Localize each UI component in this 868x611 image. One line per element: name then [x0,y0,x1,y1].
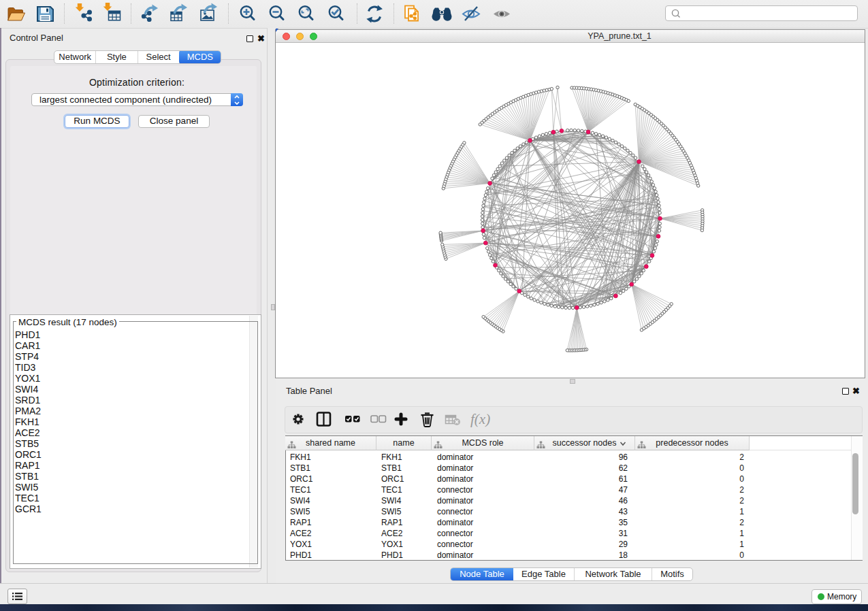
svg-text:f(x): f(x) [470,411,490,427]
